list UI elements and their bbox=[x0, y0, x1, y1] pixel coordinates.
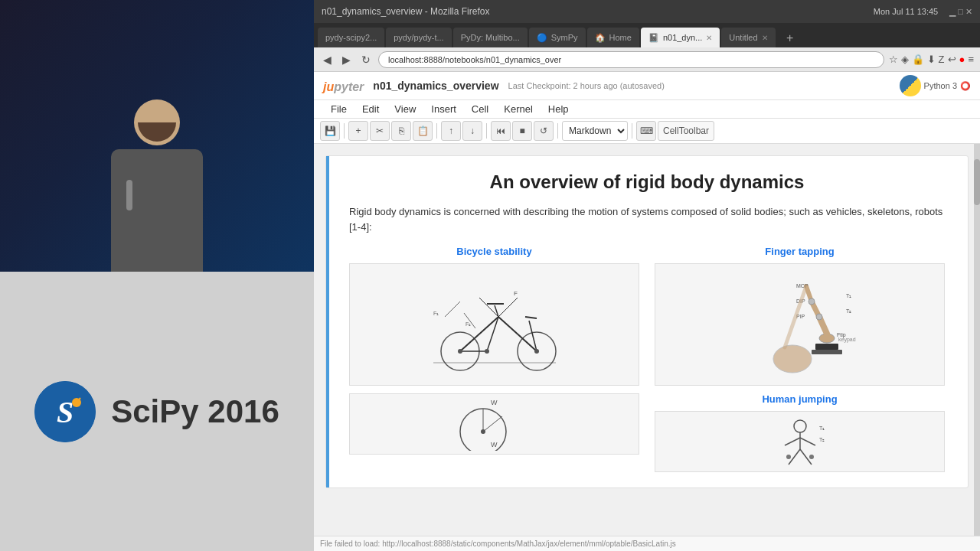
tab-untitled[interactable]: Untitled ✕ bbox=[721, 28, 775, 47]
bicycle-diagram: F F₁ F₂ bbox=[349, 263, 639, 386]
celltoolbar-label[interactable]: CellToolbar bbox=[658, 121, 714, 141]
svg-text:S: S bbox=[57, 395, 74, 429]
bottom-left-diagram: W W bbox=[349, 393, 639, 472]
left-panel: S SciPy 2016 bbox=[0, 0, 314, 551]
shield-icon[interactable]: 🔒 bbox=[912, 54, 924, 65]
svg-point-55 bbox=[809, 455, 814, 459]
microphone bbox=[126, 180, 132, 210]
svg-text:T₂: T₂ bbox=[846, 308, 851, 314]
download-icon[interactable]: ⬇ bbox=[927, 54, 936, 65]
svg-line-45 bbox=[483, 416, 502, 432]
menu-file[interactable]: File bbox=[323, 100, 354, 118]
svg-point-54 bbox=[786, 455, 791, 459]
menu-icon[interactable]: ≡ bbox=[968, 54, 974, 65]
cut-button[interactable]: ✂ bbox=[370, 121, 390, 141]
presenter-silhouette bbox=[111, 99, 203, 272]
svg-point-38 bbox=[773, 345, 812, 373]
tab-untitled-close-icon[interactable]: ✕ bbox=[762, 34, 768, 42]
tab-sympy[interactable]: 🔵 SymPy bbox=[529, 28, 586, 47]
cell-type-select[interactable]: Markdown bbox=[562, 121, 628, 141]
svg-line-50 bbox=[785, 438, 800, 445]
vpn-icon[interactable]: ● bbox=[959, 54, 965, 65]
forward-button[interactable]: ▶ bbox=[339, 52, 354, 67]
move-up-button[interactable]: ↑ bbox=[441, 121, 461, 141]
svg-point-34 bbox=[808, 298, 815, 305]
bookmark-icon[interactable]: ☆ bbox=[889, 54, 898, 65]
save-button[interactable]: 💾 bbox=[320, 121, 340, 141]
vertical-scrollbar[interactable] bbox=[974, 144, 980, 536]
finger-diagram-section: Finger tapping keypad Ftip bbox=[655, 246, 945, 386]
svg-text:T₁: T₁ bbox=[846, 293, 851, 298]
url-text: localhost:8888/notebooks/n01_dynamics_ov… bbox=[388, 55, 561, 64]
menu-cell[interactable]: Cell bbox=[464, 100, 496, 118]
tab-home[interactable]: 🏠 Home bbox=[587, 28, 639, 47]
reload-button[interactable]: ↻ bbox=[358, 52, 374, 67]
copy-button[interactable]: ⎘ bbox=[391, 121, 411, 141]
menu-help[interactable]: Help bbox=[541, 100, 577, 118]
browser-titlebar: n01_dynamics_overview - Mozilla Firefox … bbox=[314, 0, 980, 23]
finger-diagram: keypad Ftip PIP bbox=[655, 263, 945, 386]
rss-icon[interactable]: ◈ bbox=[901, 54, 909, 65]
scrollbar-thumb[interactable] bbox=[974, 159, 980, 205]
svg-point-20 bbox=[485, 349, 489, 354]
bottom-right-diagram: Human jumping bbox=[655, 393, 945, 472]
address-bar: ◀ ▶ ↻ localhost:8888/notebooks/n01_dynam… bbox=[314, 47, 980, 72]
back-button[interactable]: ◀ bbox=[320, 52, 335, 67]
add-cell-button[interactable]: + bbox=[348, 121, 368, 141]
finger-label: Finger tapping bbox=[655, 246, 945, 257]
jupyter-logo-text: jupyter bbox=[323, 77, 364, 95]
person-beard bbox=[138, 122, 176, 142]
svg-line-15 bbox=[498, 298, 518, 317]
bottom-left-img: W W bbox=[349, 393, 639, 455]
menu-edit[interactable]: Edit bbox=[354, 100, 387, 118]
cell-active-border bbox=[326, 156, 329, 487]
url-field[interactable]: localhost:8888/notebooks/n01_dynamics_ov… bbox=[378, 51, 884, 68]
stop-button[interactable]: ■ bbox=[512, 121, 532, 141]
python-logo-icon bbox=[900, 75, 921, 96]
new-tab-button[interactable]: + bbox=[781, 29, 799, 47]
tab-bar: pydy-scipy2... pydy/pydy-t... PyDy: Mult… bbox=[314, 23, 980, 47]
conference-name: SciPy 2016 bbox=[111, 393, 279, 430]
status-text: File failed to load: http://localhost:88… bbox=[320, 540, 676, 548]
menu-view[interactable]: View bbox=[387, 100, 423, 118]
tab-pydy-scipy[interactable]: pydy-scipy2... bbox=[318, 28, 384, 47]
human-jumping-label: Human jumping bbox=[655, 393, 945, 405]
bottom-right-img: T₁ T₂ bbox=[655, 411, 945, 472]
toolbar-separator-3 bbox=[486, 123, 487, 139]
move-down-button[interactable]: ↓ bbox=[462, 121, 482, 141]
jupyter-header: jupyter n01_dynamics_overview Last Check… bbox=[314, 72, 980, 100]
svg-text:W: W bbox=[491, 399, 498, 406]
svg-text:T₁: T₁ bbox=[819, 425, 825, 431]
svg-text:Ftip: Ftip bbox=[837, 332, 846, 338]
python-badge: Python 3 ⭕ bbox=[900, 75, 971, 96]
svg-text:T₂: T₂ bbox=[819, 437, 825, 442]
zotero-icon[interactable]: Z bbox=[939, 54, 945, 65]
tab-n01[interactable]: 📓 n01_dyn... ✕ bbox=[641, 28, 720, 47]
bicycle-diagram-section: Bicycle stability bbox=[349, 246, 639, 386]
menu-kernel[interactable]: Kernel bbox=[496, 100, 541, 118]
svg-rect-26 bbox=[812, 350, 842, 354]
run-prev-button[interactable]: ⏮ bbox=[491, 121, 511, 141]
bottom-left-svg: W W bbox=[437, 397, 552, 451]
arrow-icon[interactable]: ↩ bbox=[948, 54, 956, 65]
svg-line-12 bbox=[525, 317, 537, 318]
tab-close-icon[interactable]: ✕ bbox=[706, 34, 712, 42]
jupyter-menu-bar: File Edit View Insert Cell Kernel Help bbox=[314, 100, 980, 119]
keyboard-button[interactable]: ⌨ bbox=[636, 121, 656, 141]
cell-heading: An overview of rigid body dynamics bbox=[349, 171, 945, 193]
toolbar-separator-4 bbox=[557, 123, 558, 139]
checkpoint-text: Last Checkpoint: 2 hours ago (autosaved) bbox=[508, 81, 665, 90]
svg-text:W: W bbox=[491, 441, 498, 448]
notebook-name[interactable]: n01_dynamics_overview bbox=[373, 80, 498, 92]
svg-text:keypad: keypad bbox=[838, 337, 856, 343]
bottom-right-svg: T₁ T₂ bbox=[743, 415, 858, 468]
system-clock: Mon Jul 11 13:45 bbox=[874, 7, 938, 16]
tab-pydy-multibo[interactable]: PyDy: Multibo... bbox=[453, 28, 528, 47]
restart-button[interactable]: ↺ bbox=[534, 121, 554, 141]
browser-title: n01_dynamics_overview - Mozilla Firefox bbox=[322, 6, 870, 17]
menu-insert[interactable]: Insert bbox=[423, 100, 464, 118]
tab-pydy-t[interactable]: pydy/pydy-t... bbox=[386, 28, 451, 47]
svg-line-21 bbox=[445, 302, 460, 317]
bicycle-svg: F F₁ F₂ bbox=[418, 271, 571, 378]
paste-button[interactable]: 📋 bbox=[413, 121, 433, 141]
